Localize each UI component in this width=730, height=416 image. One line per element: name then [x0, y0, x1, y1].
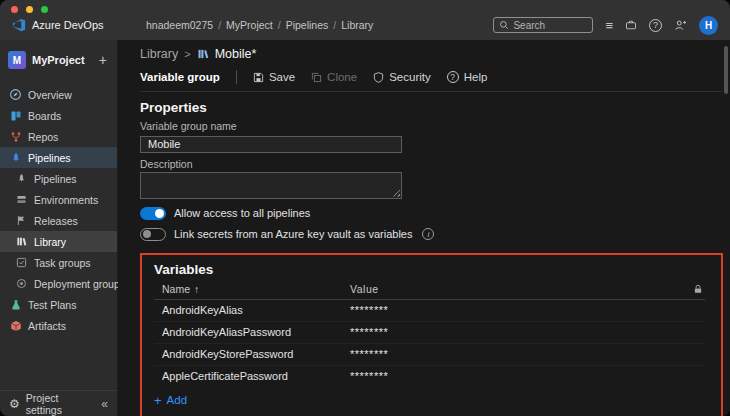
- variables-heading: Variables: [154, 262, 709, 277]
- sidebar-item-repos[interactable]: Repos: [0, 126, 117, 147]
- breadcrumb-library[interactable]: Library: [341, 19, 373, 31]
- variables-table: Name ↑ Value AndroidKeyAlias ******** An…: [154, 280, 705, 387]
- sidebar-item-label: Artifacts: [28, 320, 66, 332]
- project-switcher[interactable]: M MyProject +: [0, 48, 117, 72]
- sidebar-item-releases[interactable]: Releases: [0, 210, 117, 231]
- rocket-icon: [9, 151, 22, 164]
- help-icon[interactable]: ?: [649, 19, 662, 32]
- shield-icon: [373, 72, 384, 83]
- table-row[interactable]: AndroidKeyAlias ********: [154, 300, 705, 322]
- sidebar-item-artifacts[interactable]: Artifacts: [0, 315, 117, 336]
- main-content: Library > Mobile* Variable group Save Cl…: [118, 40, 730, 416]
- sidebar-item-label: Task groups: [34, 257, 91, 269]
- breadcrumb-organization[interactable]: hnadeem0275: [146, 19, 213, 31]
- server-icon: [15, 193, 28, 206]
- link-secrets-row: Link secrets from an Azure key vault as …: [140, 228, 730, 241]
- search-input[interactable]: [513, 20, 587, 31]
- variable-name: AndroidKeyStorePassword: [154, 348, 350, 360]
- sidebar-item-label: Test Plans: [28, 299, 76, 311]
- sidebar-item-label: Repos: [28, 131, 58, 143]
- sidebar: M MyProject + Overview Boards Repos: [0, 40, 118, 416]
- page-title: Mobile*: [215, 47, 257, 61]
- breadcrumb-pipelines[interactable]: Pipelines: [286, 19, 329, 31]
- add-project-icon[interactable]: +: [99, 52, 109, 68]
- link-secrets-toggle[interactable]: [140, 228, 166, 241]
- variable-value: ********: [350, 304, 683, 316]
- link-secrets-label: Link secrets from an Azure key vault as …: [174, 228, 412, 240]
- properties-heading: Properties: [140, 100, 730, 115]
- add-variable-button[interactable]: + Add: [154, 394, 187, 407]
- sidebar-item-label: Releases: [34, 215, 78, 227]
- product-name: Azure DevOps: [32, 19, 104, 31]
- plus-icon: +: [154, 394, 162, 407]
- boards-icon: [9, 109, 22, 122]
- project-avatar: M: [8, 51, 26, 69]
- variable-name: AppleCertificatePassword: [154, 370, 350, 382]
- lock-icon: [683, 284, 705, 294]
- info-icon[interactable]: i: [422, 228, 434, 240]
- sidebar-nav: Overview Boards Repos Pipelines Pipeline…: [0, 84, 117, 336]
- search-box[interactable]: [493, 17, 593, 33]
- description-field: [140, 172, 402, 199]
- variable-value: ********: [350, 370, 683, 382]
- sidebar-item-deployment-groups[interactable]: Deployment groups: [0, 273, 117, 294]
- sidebar-footer: ⚙ Project settings «: [0, 390, 117, 416]
- sidebar-item-library[interactable]: Library: [0, 231, 117, 252]
- sidebar-item-task-groups[interactable]: Task groups: [0, 252, 117, 273]
- clone-icon: [311, 72, 322, 83]
- sidebar-item-test-plans[interactable]: Test Plans: [0, 294, 117, 315]
- sidebar-item-overview[interactable]: Overview: [0, 84, 117, 105]
- security-button[interactable]: Security: [373, 71, 431, 83]
- sidebar-item-label: Deployment groups: [34, 278, 125, 290]
- clone-button[interactable]: Clone: [311, 71, 357, 83]
- azure-devops-home-link[interactable]: Azure DevOps: [0, 18, 130, 32]
- table-header-row: Name ↑ Value: [154, 280, 705, 300]
- marketplace-list-icon[interactable]: ≡: [605, 19, 613, 32]
- user-avatar[interactable]: H: [699, 16, 718, 35]
- column-header-name[interactable]: Name ↑: [154, 283, 350, 295]
- scrollbar-thumb[interactable]: [724, 46, 728, 94]
- collapse-sidebar-button[interactable]: «: [101, 397, 108, 411]
- variable-name: AndroidKeyAlias: [154, 304, 350, 316]
- description-label: Description: [140, 158, 730, 170]
- save-icon: [253, 72, 264, 83]
- close-window-button[interactable]: [11, 6, 18, 13]
- briefcase-icon[interactable]: [625, 19, 637, 31]
- branch-icon: [9, 130, 22, 143]
- column-header-value[interactable]: Value: [350, 283, 683, 295]
- library-breadcrumb-link[interactable]: Library: [140, 47, 178, 61]
- allow-access-row: Allow access to all pipelines: [140, 207, 730, 220]
- allow-access-toggle[interactable]: [140, 207, 166, 220]
- books-icon: [15, 235, 28, 248]
- help-button[interactable]: ? Help: [447, 71, 488, 83]
- sidebar-item-environments[interactable]: Environments: [0, 189, 117, 210]
- sort-ascending-icon: ↑: [194, 283, 199, 295]
- window-controls: [11, 6, 48, 13]
- tab-variable-group[interactable]: Variable group: [140, 71, 220, 83]
- sidebar-item-label: Boards: [28, 110, 61, 122]
- table-row[interactable]: AndroidKeyStorePassword ********: [154, 344, 705, 366]
- annotation-highlight: Variables Name ↑ Value AndroidKeyAlias *…: [140, 253, 723, 416]
- sidebar-item-pipelines-section[interactable]: Pipelines: [0, 147, 117, 168]
- allow-access-label: Allow access to all pipelines: [174, 207, 310, 219]
- minimize-window-button[interactable]: [26, 6, 33, 13]
- save-button[interactable]: Save: [253, 71, 295, 83]
- beaker-icon: [9, 298, 22, 311]
- project-settings-link[interactable]: Project settings: [26, 392, 96, 416]
- gear-icon: ⚙: [9, 397, 20, 411]
- breadcrumb-project[interactable]: MyProject: [226, 19, 273, 31]
- zoom-window-button[interactable]: [41, 6, 48, 13]
- table-row[interactable]: AppleCertificatePassword ********: [154, 366, 705, 387]
- target-icon: [15, 277, 28, 290]
- variable-group-name-input[interactable]: [140, 136, 402, 153]
- sidebar-item-pipelines[interactable]: Pipelines: [0, 168, 117, 189]
- compass-icon: [9, 88, 22, 101]
- variable-value: ********: [350, 348, 683, 360]
- add-user-icon[interactable]: [674, 19, 687, 32]
- variable-value: ********: [350, 326, 683, 338]
- sidebar-item-label: Library: [34, 236, 66, 248]
- description-textarea[interactable]: [140, 172, 402, 199]
- table-row[interactable]: AndroidKeyAliasPassword ********: [154, 322, 705, 344]
- variable-group-icon: [197, 48, 209, 60]
- sidebar-item-boards[interactable]: Boards: [0, 105, 117, 126]
